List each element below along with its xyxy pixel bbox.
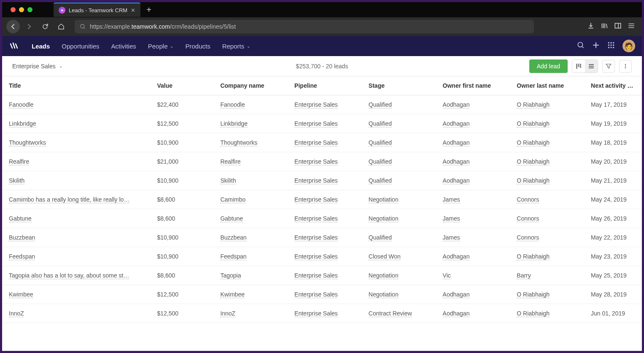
link-olast[interactable]: O Riabhaigh: [517, 177, 550, 184]
link-stage[interactable]: Negotiation: [369, 291, 399, 298]
link-ofirst[interactable]: Aodhagan: [443, 253, 470, 260]
link-company[interactable]: Skilith: [220, 177, 236, 184]
column-header[interactable]: Company name: [213, 76, 288, 95]
link-stage[interactable]: Qualified: [369, 177, 392, 184]
link-stage[interactable]: Negotiation: [369, 196, 399, 203]
table-row[interactable]: Feedspan$10,900FeedspanEnterprise SalesC…: [2, 247, 642, 266]
nav-forward-button[interactable]: [22, 20, 36, 33]
column-header[interactable]: Pipeline: [288, 76, 362, 95]
table-row[interactable]: Tagopia also has a lot to say, about som…: [2, 266, 642, 285]
link-company[interactable]: Buzzbean: [220, 234, 246, 241]
link-stage[interactable]: Qualified: [369, 139, 392, 146]
link-stage[interactable]: Qualified: [369, 158, 392, 165]
link-ofirst[interactable]: Aodhagan: [443, 177, 470, 184]
link-stage[interactable]: Negotiation: [369, 215, 399, 222]
column-header[interactable]: Owner first name: [436, 76, 510, 95]
header-apps-icon[interactable]: [607, 41, 615, 51]
link-stage[interactable]: Qualified: [369, 120, 392, 127]
nav-back-button[interactable]: [6, 20, 20, 33]
column-header[interactable]: Next activity …: [584, 76, 642, 95]
link-stage[interactable]: Qualified: [369, 101, 392, 108]
link-olast[interactable]: Barry: [517, 272, 531, 279]
link-company[interactable]: Tagopia: [220, 272, 241, 279]
link-title[interactable]: Buzzbean: [9, 234, 35, 241]
link-company[interactable]: InnoZ: [220, 310, 235, 317]
table-row[interactable]: Linkbridge$12,500LinkbridgeEnterprise Sa…: [2, 114, 642, 133]
link-title[interactable]: Camimbo has a really long title, like re…: [9, 196, 129, 203]
window-maximize-icon[interactable]: [27, 7, 32, 12]
table-row[interactable]: Thoughtworks$10,900ThoughtworksEnterpris…: [2, 133, 642, 152]
link-title[interactable]: Linkbridge: [9, 120, 36, 127]
browser-tab[interactable]: ✦ Leads - Teamwork CRM ✕: [54, 3, 140, 17]
downloads-icon[interactable]: [587, 22, 595, 31]
header-add-icon[interactable]: [592, 41, 600, 51]
link-pipeline[interactable]: Enterprise Sales: [294, 310, 338, 317]
link-olast[interactable]: Connors: [517, 196, 539, 203]
link-pipeline[interactable]: Enterprise Sales: [294, 215, 338, 222]
link-ofirst[interactable]: Vic: [443, 272, 451, 279]
header-search-icon[interactable]: [577, 41, 585, 51]
link-olast[interactable]: O Riabhaigh: [517, 158, 550, 165]
link-title[interactable]: InnoZ: [9, 310, 24, 317]
table-row[interactable]: Fanoodle$22,400FanoodleEnterprise SalesQ…: [2, 95, 642, 114]
url-bar[interactable]: https://example.teamwork.com/crm/leads/p…: [75, 20, 534, 33]
link-title[interactable]: Skilith: [9, 177, 24, 184]
link-stage[interactable]: Contract Review: [369, 310, 412, 317]
table-row[interactable]: Skilith$10,900SkilithEnterprise SalesQua…: [2, 171, 642, 190]
menu-icon[interactable]: [628, 22, 635, 31]
link-title[interactable]: Feedspan: [9, 253, 35, 260]
link-company[interactable]: Kwimbee: [220, 291, 245, 298]
board-view-button[interactable]: [572, 60, 585, 73]
nav-item-leads[interactable]: Leads: [27, 39, 55, 53]
link-ofirst[interactable]: Aodhagan: [443, 291, 470, 298]
link-ofirst[interactable]: Aodhagan: [443, 120, 470, 127]
link-title[interactable]: Gabtune: [9, 215, 32, 222]
window-minimize-icon[interactable]: [19, 7, 24, 12]
link-ofirst[interactable]: James: [443, 215, 460, 222]
list-view-button[interactable]: [585, 60, 598, 73]
column-header[interactable]: Title: [2, 76, 150, 95]
link-title[interactable]: Fanoodle: [9, 101, 33, 108]
link-olast[interactable]: O Riabhaigh: [517, 253, 550, 260]
column-header[interactable]: Stage: [362, 76, 436, 95]
link-pipeline[interactable]: Enterprise Sales: [294, 253, 338, 260]
nav-reload-button[interactable]: [38, 20, 52, 33]
filter-button[interactable]: [602, 60, 615, 73]
link-olast[interactable]: O Riabhaigh: [517, 291, 550, 298]
link-company[interactable]: Fanoodle: [220, 101, 245, 108]
link-olast[interactable]: Connors: [517, 234, 539, 241]
link-company[interactable]: Gabtune: [220, 215, 243, 222]
new-tab-button[interactable]: +: [140, 5, 157, 15]
link-company[interactable]: Camimbo: [220, 196, 245, 203]
table-row[interactable]: InnoZ$12,500InnoZEnterprise SalesContrac…: [2, 304, 642, 323]
window-close-icon[interactable]: [11, 7, 16, 12]
nav-item-activities[interactable]: Activities: [106, 39, 141, 53]
link-olast[interactable]: O Riabhaigh: [517, 139, 550, 146]
tab-close-icon[interactable]: ✕: [131, 7, 135, 13]
table-row[interactable]: Kwimbee$12,500KwimbeeEnterprise SalesNeg…: [2, 285, 642, 304]
link-ofirst[interactable]: Aodhagan: [443, 101, 470, 108]
table-row[interactable]: Gabtune$8,600GabtuneEnterprise SalesNego…: [2, 209, 642, 228]
link-ofirst[interactable]: Aodhagan: [443, 139, 470, 146]
add-lead-button[interactable]: Add lead: [529, 59, 568, 73]
more-options-button[interactable]: [619, 60, 632, 73]
link-stage[interactable]: Negotiation: [369, 272, 399, 279]
link-ofirst[interactable]: James: [443, 234, 460, 241]
app-logo-icon[interactable]: [9, 40, 20, 51]
link-pipeline[interactable]: Enterprise Sales: [294, 234, 338, 241]
link-title[interactable]: Thoughtworks: [9, 139, 46, 146]
link-ofirst[interactable]: James: [443, 196, 460, 203]
link-pipeline[interactable]: Enterprise Sales: [294, 120, 338, 127]
nav-item-products[interactable]: Products: [180, 39, 215, 53]
link-stage[interactable]: Qualified: [369, 234, 392, 241]
link-company[interactable]: Feedspan: [220, 253, 246, 260]
link-pipeline[interactable]: Enterprise Sales: [294, 177, 338, 184]
nav-item-reports[interactable]: Reports⌄: [217, 39, 256, 53]
link-company[interactable]: Realfire: [220, 158, 240, 165]
nav-item-people[interactable]: People⌄: [143, 39, 179, 53]
link-olast[interactable]: O Riabhaigh: [517, 310, 550, 317]
link-pipeline[interactable]: Enterprise Sales: [294, 272, 338, 279]
sidebar-icon[interactable]: [614, 22, 622, 31]
library-icon[interactable]: [601, 22, 608, 31]
link-pipeline[interactable]: Enterprise Sales: [294, 158, 338, 165]
